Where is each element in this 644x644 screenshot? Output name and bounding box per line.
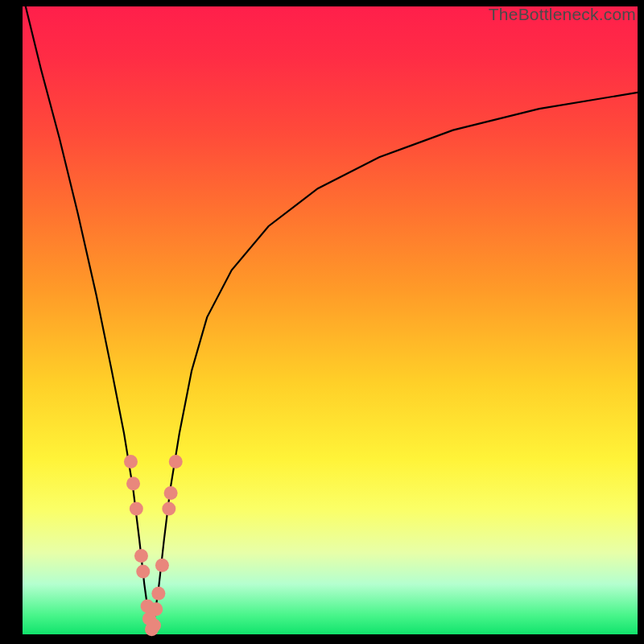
data-dot [155,559,169,572]
data-dot [126,477,140,490]
data-dot [130,502,143,516]
data-dot [147,619,161,633]
data-dot [169,455,183,469]
data-dot [149,602,163,616]
data-dot [162,502,175,516]
data-dot [164,486,178,500]
chart-svg [23,6,638,634]
bottleneck-curve-path [26,6,638,634]
plot-area [23,6,638,634]
watermark-text: TheBottleneck.com [489,5,636,24]
data-dot [151,587,165,601]
dot-layer [124,455,183,636]
data-dot [134,549,148,563]
data-dot [136,565,150,579]
data-dot [124,455,138,469]
chart-frame: TheBottleneck.com [0,0,644,644]
